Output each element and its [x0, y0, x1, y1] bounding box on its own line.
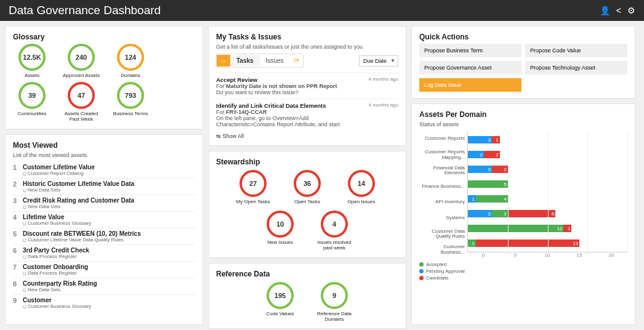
ring-value: 124 — [117, 44, 144, 71]
asset-subtitle: Customer Business Glossary — [23, 304, 91, 309]
ring-label: Domains — [111, 73, 150, 78]
chart-title: Assets Per Domain — [419, 110, 627, 119]
quick-action-button[interactable]: Propose Technology Asset — [525, 61, 627, 74]
quick-actions-card: Quick Actions Propose Business TermPropo… — [411, 26, 635, 99]
rank-number: 6 — [13, 247, 23, 259]
refresh-icon[interactable]: ⟳ — [290, 54, 303, 67]
metric-ring[interactable]: 240 Approved Assets — [62, 44, 100, 78]
rank-number: 3 — [13, 197, 23, 209]
ring-value: 4 — [321, 211, 348, 238]
tasks-card: My Tasks & Issues Get a list of all task… — [208, 26, 406, 146]
chart-bar-segment: 5 — [468, 180, 508, 188]
quick-action-button[interactable]: Propose Code Value — [525, 44, 627, 57]
ring-value: 9 — [321, 282, 348, 309]
quick-action-button[interactable]: Propose Business Term — [419, 44, 521, 57]
asset-title: Customer Onboarding — [23, 264, 88, 270]
metric-ring[interactable]: 4 Issues resolved past week — [315, 211, 354, 251]
share-icon[interactable]: < — [616, 6, 621, 15]
asset-title: Credit Risk Rating and Customer Data — [23, 197, 134, 204]
ring-label: Approved Assets — [62, 73, 100, 78]
metric-ring[interactable]: 10 New Issues — [260, 211, 300, 251]
list-item[interactable]: 2 Historic Customer Lifetime Value Data … — [13, 179, 195, 195]
metric-ring[interactable]: 793 Business Terms — [111, 82, 150, 122]
chart-x-tick: 10 — [531, 252, 563, 258]
chart-bar-segment: 3 — [468, 210, 492, 217]
most-viewed-card: Most Viewed List of the most viewed asse… — [5, 134, 203, 325]
asset-subtitle: Customer Lifetime Value Data Quality Rul… — [23, 237, 141, 243]
glossary-title: Glossary — [13, 33, 195, 41]
ring-label: Code Values — [260, 311, 300, 316]
list-item[interactable]: 3 Credit Risk Rating and Customer Data N… — [13, 195, 195, 212]
chart-bar-segment: 2 — [492, 166, 508, 173]
task-item[interactable]: Identify and Link Critical Data Elements… — [216, 99, 398, 131]
task-title: Accept Review — [216, 76, 337, 83]
metric-ring[interactable]: 9 Reference Data Domains — [315, 282, 354, 322]
metric-ring[interactable]: 36 Open Tasks — [288, 170, 327, 204]
metric-ring[interactable]: 14 Open Issues — [342, 170, 381, 204]
sort-select[interactable]: Due Date — [359, 55, 398, 66]
most-viewed-subtitle: List of the most viewed assets. — [13, 152, 195, 158]
task-age: 4 months ago — [369, 102, 398, 127]
chart-bar-segment: 4 — [476, 195, 508, 203]
ring-label: Open Tasks — [288, 199, 327, 204]
legend-item: Candidate — [419, 275, 627, 281]
chart-bar-segment: 6 — [508, 210, 556, 217]
chart-bar-segment: 2 — [484, 151, 500, 158]
metric-ring[interactable]: 27 My Open Tasks — [233, 170, 273, 204]
show-all-link[interactable]: Show All — [216, 133, 398, 139]
log-data-issue-button[interactable]: Log Data Issue — [419, 78, 521, 92]
chart-bar-segment: 2 — [492, 210, 508, 217]
ring-value: 793 — [117, 82, 144, 109]
ring-value: 240 — [68, 44, 95, 71]
list-item[interactable]: 6 3rd Party Credit Check Data Process Re… — [13, 245, 195, 262]
legend-dot-icon — [419, 269, 424, 273]
page-title: Data Governance Dashboard — [9, 4, 161, 17]
asset-subtitle: Customer Business Glossary — [23, 220, 91, 226]
metric-ring[interactable]: 124 Domains — [111, 44, 150, 78]
ring-label: Open Issues — [342, 199, 381, 204]
ring-label: Assets — [13, 73, 51, 78]
ring-value: 27 — [239, 170, 267, 197]
list-item[interactable]: 5 Discount rate BETWEEN (10, 20) Metrics… — [13, 228, 195, 245]
tasks-subtitle: Get a list of all tasks/issues or just t… — [216, 44, 398, 50]
chart-bar-segment: 3 — [468, 166, 492, 173]
stewardship-title: Stewardship — [216, 158, 398, 166]
chart-y-label: Financial Data Elements — [419, 163, 465, 178]
ring-label: New Issues — [260, 239, 300, 245]
ring-label: Issues resolved past week — [315, 239, 354, 251]
asset-subtitle: New Data Sets — [23, 287, 97, 292]
list-item[interactable]: 8 Counterparty Risk Rating New Data Sets — [13, 278, 195, 295]
asset-title: Discount rate BETWEEN (10, 20) Metrics — [23, 230, 141, 237]
user-icon[interactable]: 👤 — [600, 6, 610, 15]
task-item[interactable]: Accept Review For Maturity Date is not s… — [216, 73, 398, 99]
most-viewed-title: Most Viewed — [13, 141, 195, 150]
asset-title: Counterparty Risk Rating — [23, 280, 97, 287]
asset-subtitle: Data Process Register — [23, 270, 88, 276]
list-item[interactable]: 1 Customer Lifetime Value Customer Repor… — [13, 162, 195, 179]
ring-value: 195 — [267, 282, 294, 309]
chart-bar-segment: 1 — [468, 239, 476, 247]
legend-item: Accepted — [419, 262, 627, 267]
rank-number: 9 — [13, 297, 23, 309]
list-item[interactable]: 9 Customer Customer Business Glossary — [13, 295, 195, 311]
chart-x-tick: 5 — [499, 252, 531, 258]
list-item[interactable]: 4 Lifetime Value Customer Business Gloss… — [13, 212, 195, 228]
quick-action-button[interactable]: Propose Governance Asset — [419, 61, 521, 74]
chart-subtitle: Status of assets — [419, 121, 627, 127]
gear-icon[interactable]: ⚙ — [627, 6, 635, 15]
chart-x-tick: 20 — [595, 252, 627, 258]
tab-tasks[interactable]: Tasks — [230, 55, 260, 66]
rank-number: 2 — [13, 180, 23, 193]
asset-subtitle: New Data Sets — [23, 204, 134, 209]
metric-ring[interactable]: 39 Communities — [13, 82, 51, 122]
chart-y-label: Customer Business... — [419, 243, 465, 257]
metric-ring[interactable]: 195 Code Values — [260, 282, 300, 322]
metric-ring[interactable]: 47 Assets Created Past Week — [62, 82, 100, 122]
rank-number: 5 — [13, 230, 23, 243]
legend-dot-icon — [419, 262, 424, 267]
tab-issues[interactable]: Issues — [260, 55, 290, 66]
chart-x-tick: 0 — [467, 252, 499, 258]
metric-ring[interactable]: 12.5K Assets — [13, 44, 51, 78]
chart-bar-segment: 1 — [563, 225, 571, 232]
list-item[interactable]: 7 Customer Onboarding Data Process Regis… — [13, 262, 195, 278]
